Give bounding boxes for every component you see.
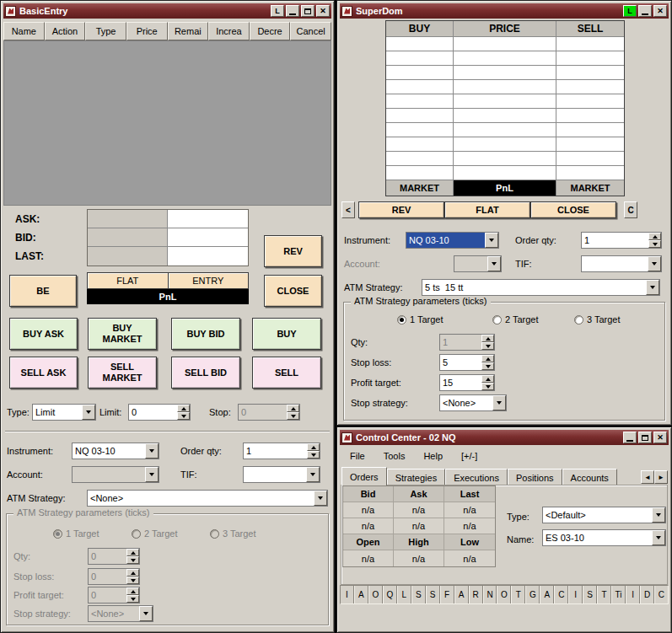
be-button[interactable]: BE xyxy=(9,275,77,307)
radio-1-target[interactable]: 1 Target xyxy=(397,314,444,325)
tab[interactable]: Orders xyxy=(341,467,387,485)
menu-item[interactable]: [+/-] xyxy=(461,451,477,461)
dom-price-cell[interactable] xyxy=(556,166,624,180)
radio-1-target[interactable]: 1 Target xyxy=(53,528,99,539)
dom-price-cell[interactable] xyxy=(454,137,556,152)
spin-up-button[interactable] xyxy=(307,443,320,451)
combo-dropdown-button[interactable] xyxy=(652,507,665,523)
dom-price-cell[interactable] xyxy=(454,166,556,180)
combo-dropdown-button[interactable] xyxy=(82,405,95,420)
spin-down-button[interactable] xyxy=(126,595,139,603)
combo-dropdown-button[interactable] xyxy=(652,530,665,545)
spin-up-button[interactable] xyxy=(126,587,139,595)
minimize-button[interactable] xyxy=(286,5,299,17)
order-column-header[interactable]: Cancel xyxy=(290,22,331,40)
minimize-button[interactable] xyxy=(638,5,652,17)
spin-down-button[interactable] xyxy=(481,383,494,390)
entry-button[interactable]: ENTRY xyxy=(169,273,249,288)
dom-price-cell[interactable] xyxy=(386,152,454,166)
combo-dropdown-button[interactable] xyxy=(139,606,153,621)
dom-price-cell[interactable] xyxy=(454,80,556,94)
tab[interactable]: Executions xyxy=(445,469,508,485)
order-qty-spinner[interactable]: 1 xyxy=(243,443,320,459)
order-type-combo[interactable]: Limit xyxy=(32,404,96,421)
link-button[interactable]: L xyxy=(271,5,284,17)
tif-combo[interactable] xyxy=(243,466,320,483)
link-button[interactable]: L xyxy=(623,5,637,17)
close-button[interactable] xyxy=(653,5,667,17)
order-column-header[interactable]: Increa xyxy=(208,22,250,40)
flat-button[interactable]: FLAT xyxy=(444,201,530,218)
instrument-combo[interactable]: NQ 03-10 xyxy=(72,443,159,459)
combo-dropdown-button[interactable] xyxy=(145,467,159,482)
buy-market-button[interactable]: BUY MARKET xyxy=(88,318,157,350)
stop-strategy-combo[interactable]: <None> xyxy=(439,394,507,411)
dom-price-cell[interactable] xyxy=(386,123,454,137)
maximize-button[interactable] xyxy=(638,432,652,443)
dom-price-cell[interactable] xyxy=(386,37,454,51)
maximize-button[interactable] xyxy=(301,5,314,17)
superdom-titlebar[interactable]: SuperDom L xyxy=(340,3,669,19)
combo-dropdown-button[interactable] xyxy=(314,491,327,506)
spin-down-button[interactable] xyxy=(287,412,299,420)
sell-bid-button[interactable]: SELL BID xyxy=(171,357,240,389)
order-column-header[interactable]: Remai xyxy=(168,22,209,40)
atm-strategy-combo[interactable]: 5 ts 15 tt xyxy=(422,279,660,296)
market-buy-button[interactable]: MARKET xyxy=(386,180,454,196)
close-position-button[interactable]: CLOSE xyxy=(530,201,616,218)
order-type-combo[interactable]: <Default> xyxy=(542,507,666,523)
dom-price-cell[interactable] xyxy=(556,152,624,166)
rev-button[interactable]: REV xyxy=(264,235,322,267)
combo-dropdown-button[interactable] xyxy=(492,395,506,410)
close-position-button[interactable]: CLOSE xyxy=(264,275,322,307)
dom-price-cell[interactable] xyxy=(556,80,624,94)
spin-up-button[interactable] xyxy=(287,405,299,412)
spin-up-button[interactable] xyxy=(648,233,661,240)
dom-price-cell[interactable] xyxy=(556,123,624,137)
close-button[interactable] xyxy=(316,5,330,17)
order-column-header[interactable]: Price xyxy=(126,22,168,40)
order-qty-spinner[interactable]: 1 xyxy=(581,232,662,249)
minimize-button[interactable] xyxy=(623,432,637,443)
dom-price-cell[interactable] xyxy=(556,109,624,123)
spin-up-button[interactable] xyxy=(481,375,494,383)
spin-down-button[interactable] xyxy=(177,412,190,420)
combo-dropdown-button[interactable] xyxy=(648,256,661,271)
basic-entry-titlebar[interactable]: BasicEntry L xyxy=(3,3,331,19)
sell-market-button[interactable]: SELL MARKET xyxy=(88,357,157,389)
menu-item[interactable]: Tools xyxy=(384,451,406,461)
limit-price-spinner[interactable]: 0 xyxy=(128,404,191,421)
stop-loss-spinner[interactable]: 5 xyxy=(439,354,495,371)
dom-price-cell[interactable] xyxy=(556,137,624,152)
combo-dropdown-button[interactable] xyxy=(306,467,320,482)
instrument-combo[interactable]: NQ 03-10 xyxy=(406,232,499,249)
buy-bid-button[interactable]: BUY BID xyxy=(171,318,240,350)
dom-price-cell[interactable] xyxy=(556,66,624,80)
market-sell-button[interactable]: MARKET xyxy=(556,180,624,196)
dom-price-cell[interactable] xyxy=(454,123,556,137)
dom-price-cell[interactable] xyxy=(386,137,454,152)
menu-item[interactable]: File xyxy=(350,451,365,461)
buy-ask-button[interactable]: BUY ASK xyxy=(9,318,78,350)
spin-up-button[interactable] xyxy=(126,569,139,577)
control-center-titlebar[interactable]: Control Center - 02 NQ xyxy=(340,430,669,445)
spin-down-button[interactable] xyxy=(481,362,494,370)
dom-price-cell[interactable] xyxy=(454,51,556,66)
spin-up-button[interactable] xyxy=(481,335,494,342)
spin-down-button[interactable] xyxy=(307,451,320,459)
dom-price-cell[interactable] xyxy=(386,66,454,80)
combo-dropdown-button[interactable] xyxy=(646,280,659,295)
dom-price-cell[interactable] xyxy=(454,109,556,123)
dom-price-cell[interactable] xyxy=(386,80,454,94)
radio-3-target[interactable]: 3 Target xyxy=(574,314,621,325)
order-column-header[interactable]: Type xyxy=(85,22,126,40)
spin-up-button[interactable] xyxy=(481,355,494,362)
atm-strategy-combo[interactable]: <None> xyxy=(87,490,328,507)
combo-dropdown-button[interactable] xyxy=(145,443,159,459)
spin-down-button[interactable] xyxy=(126,577,139,584)
dom-price-cell[interactable] xyxy=(386,94,454,109)
tab[interactable]: Accounts xyxy=(562,469,617,485)
instrument-name-combo[interactable]: ES 03-10 xyxy=(542,529,666,546)
sell-button[interactable]: SELL xyxy=(252,357,321,389)
radio-2-target[interactable]: 2 Target xyxy=(492,314,539,325)
